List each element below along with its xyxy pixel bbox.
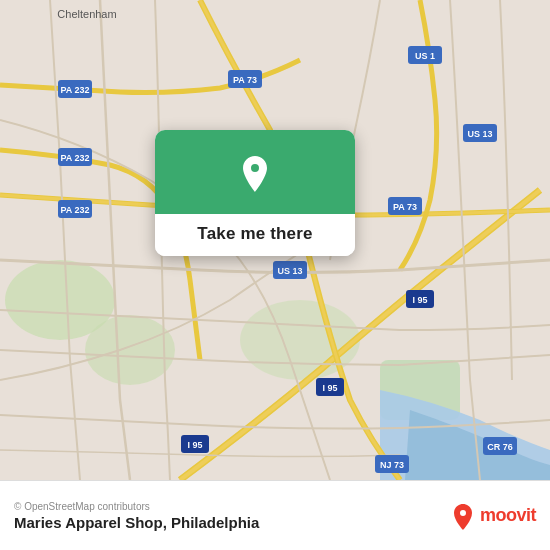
popup-card-top <box>155 130 355 214</box>
svg-text:PA 232: PA 232 <box>60 153 89 163</box>
moovit-pin-icon <box>449 502 477 530</box>
svg-text:US 13: US 13 <box>277 266 302 276</box>
svg-text:PA 232: PA 232 <box>60 205 89 215</box>
moovit-logo[interactable]: moovit <box>449 502 536 530</box>
map-container: PA 232 PA 232 PA 232 PA 73 PA 73 US 1 US… <box>0 0 550 480</box>
copyright-text: © OpenStreetMap contributors <box>14 501 259 512</box>
take-me-there-button[interactable]: Take me there <box>197 224 312 244</box>
svg-text:PA 73: PA 73 <box>233 75 257 85</box>
svg-text:Cheltenham: Cheltenham <box>57 8 116 20</box>
svg-text:CR 76: CR 76 <box>487 442 513 452</box>
svg-text:I 95: I 95 <box>322 383 337 393</box>
location-name: Maries Apparel Shop, Philadelphia <box>14 514 259 531</box>
svg-text:US 13: US 13 <box>467 129 492 139</box>
bottom-left: © OpenStreetMap contributors Maries Appa… <box>14 501 259 531</box>
svg-text:PA 73: PA 73 <box>393 202 417 212</box>
popup-card-bottom: Take me there <box>155 214 355 256</box>
svg-text:US 1: US 1 <box>415 51 435 61</box>
svg-text:I 95: I 95 <box>412 295 427 305</box>
svg-text:I 95: I 95 <box>187 440 202 450</box>
popup-card: Take me there <box>155 130 355 256</box>
svg-text:NJ 73: NJ 73 <box>380 460 404 470</box>
svg-point-2 <box>85 315 175 385</box>
location-pin-icon <box>233 152 277 196</box>
svg-text:PA 232: PA 232 <box>60 85 89 95</box>
moovit-text: moovit <box>480 505 536 526</box>
bottom-bar: © OpenStreetMap contributors Maries Appa… <box>0 480 550 550</box>
